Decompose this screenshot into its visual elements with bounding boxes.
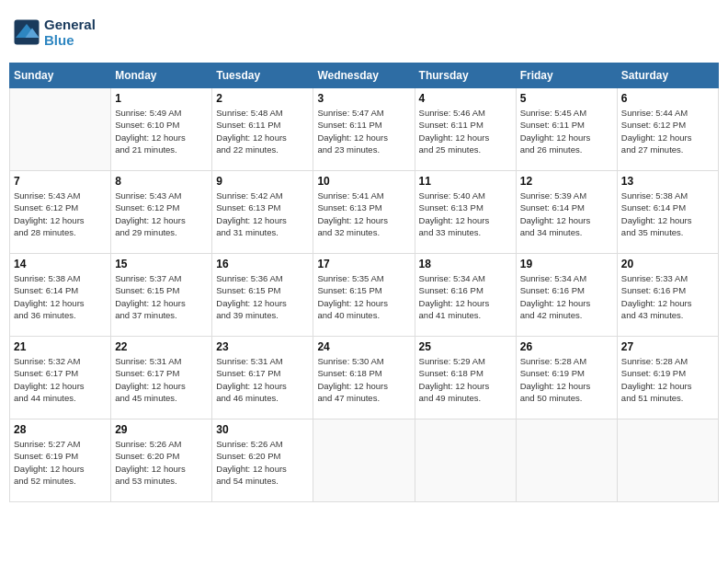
day-number: 25 xyxy=(419,340,512,353)
day-info: Sunrise: 5:38 AMSunset: 6:14 PMDaylight:… xyxy=(621,190,714,238)
day-number: 7 xyxy=(14,175,107,188)
day-info: Sunrise: 5:28 AMSunset: 6:19 PMDaylight:… xyxy=(621,355,714,404)
day-info: Sunrise: 5:28 AMSunset: 6:19 PMDaylight:… xyxy=(520,355,613,404)
day-info: Sunrise: 5:27 AMSunset: 6:19 PMDaylight:… xyxy=(14,438,107,487)
calendar-cell: 25Sunrise: 5:29 AMSunset: 6:18 PMDayligh… xyxy=(415,337,516,419)
calendar-cell: 9Sunrise: 5:42 AMSunset: 6:13 PMDaylight… xyxy=(212,171,313,254)
day-number: 2 xyxy=(216,92,309,105)
calendar-cell: 17Sunrise: 5:35 AMSunset: 6:15 PMDayligh… xyxy=(313,254,415,337)
day-info: Sunrise: 5:37 AMSunset: 6:15 PMDaylight:… xyxy=(115,272,208,321)
calendar-week-row: 1Sunrise: 5:49 AMSunset: 6:10 PMDaylight… xyxy=(10,88,719,171)
day-number: 8 xyxy=(115,175,208,188)
calendar-cell: 22Sunrise: 5:31 AMSunset: 6:17 PMDayligh… xyxy=(111,337,212,419)
calendar-cell: 11Sunrise: 5:40 AMSunset: 6:13 PMDayligh… xyxy=(415,171,516,254)
day-number: 14 xyxy=(14,258,107,270)
day-number: 3 xyxy=(317,92,410,105)
calendar-cell: 14Sunrise: 5:38 AMSunset: 6:14 PMDayligh… xyxy=(10,254,111,337)
day-info: Sunrise: 5:48 AMSunset: 6:11 PMDaylight:… xyxy=(216,107,309,155)
day-number: 29 xyxy=(115,423,208,436)
day-info: Sunrise: 5:26 AMSunset: 6:20 PMDaylight:… xyxy=(216,438,309,487)
calendar-cell: 8Sunrise: 5:43 AMSunset: 6:12 PMDaylight… xyxy=(111,171,212,254)
day-number: 20 xyxy=(621,258,714,270)
day-info: Sunrise: 5:40 AMSunset: 6:13 PMDaylight:… xyxy=(419,190,512,238)
day-info: Sunrise: 5:45 AMSunset: 6:11 PMDaylight:… xyxy=(520,107,613,155)
calendar-week-row: 28Sunrise: 5:27 AMSunset: 6:19 PMDayligh… xyxy=(10,419,719,502)
calendar-cell: 18Sunrise: 5:34 AMSunset: 6:16 PMDayligh… xyxy=(415,254,516,337)
weekday-header-saturday: Saturday xyxy=(617,63,718,88)
calendar-cell: 13Sunrise: 5:38 AMSunset: 6:14 PMDayligh… xyxy=(617,171,718,254)
calendar-cell: 2Sunrise: 5:48 AMSunset: 6:11 PMDaylight… xyxy=(212,88,313,171)
day-number: 30 xyxy=(216,423,309,436)
calendar-cell: 5Sunrise: 5:45 AMSunset: 6:11 PMDaylight… xyxy=(516,88,617,171)
calendar-cell: 29Sunrise: 5:26 AMSunset: 6:20 PMDayligh… xyxy=(111,419,212,502)
calendar-cell: 24Sunrise: 5:30 AMSunset: 6:18 PMDayligh… xyxy=(313,337,415,419)
day-info: Sunrise: 5:32 AMSunset: 6:17 PMDaylight:… xyxy=(14,355,107,404)
day-info: Sunrise: 5:47 AMSunset: 6:11 PMDaylight:… xyxy=(317,107,410,155)
day-info: Sunrise: 5:35 AMSunset: 6:15 PMDaylight:… xyxy=(317,272,410,321)
day-number: 23 xyxy=(216,340,309,353)
calendar-cell: 6Sunrise: 5:44 AMSunset: 6:12 PMDaylight… xyxy=(617,88,718,171)
logo-text: General Blue xyxy=(44,17,96,48)
calendar-cell xyxy=(10,88,111,171)
calendar-cell: 28Sunrise: 5:27 AMSunset: 6:19 PMDayligh… xyxy=(10,419,111,502)
calendar-cell: 21Sunrise: 5:32 AMSunset: 6:17 PMDayligh… xyxy=(10,337,111,419)
day-info: Sunrise: 5:34 AMSunset: 6:16 PMDaylight:… xyxy=(419,272,512,321)
day-number: 22 xyxy=(115,340,208,353)
day-number: 16 xyxy=(216,258,309,270)
day-number: 5 xyxy=(520,92,613,105)
calendar-cell: 30Sunrise: 5:26 AMSunset: 6:20 PMDayligh… xyxy=(212,419,313,502)
weekday-header-tuesday: Tuesday xyxy=(212,63,313,88)
calendar-cell xyxy=(516,419,617,502)
day-number: 17 xyxy=(317,258,410,270)
day-info: Sunrise: 5:29 AMSunset: 6:18 PMDaylight:… xyxy=(419,355,512,404)
calendar-cell: 10Sunrise: 5:41 AMSunset: 6:13 PMDayligh… xyxy=(313,171,415,254)
calendar-cell xyxy=(617,419,718,502)
day-number: 24 xyxy=(317,340,410,353)
day-number: 28 xyxy=(14,423,107,436)
calendar-cell: 15Sunrise: 5:37 AMSunset: 6:15 PMDayligh… xyxy=(111,254,212,337)
day-number: 12 xyxy=(520,175,613,188)
day-info: Sunrise: 5:39 AMSunset: 6:14 PMDaylight:… xyxy=(520,190,613,238)
day-info: Sunrise: 5:36 AMSunset: 6:15 PMDaylight:… xyxy=(216,272,309,321)
weekday-header-sunday: Sunday xyxy=(10,63,111,88)
calendar-cell: 3Sunrise: 5:47 AMSunset: 6:11 PMDaylight… xyxy=(313,88,415,171)
day-number: 21 xyxy=(14,340,107,353)
day-number: 9 xyxy=(216,175,309,188)
calendar-cell xyxy=(313,419,415,502)
day-number: 26 xyxy=(520,340,613,353)
day-number: 19 xyxy=(520,258,613,270)
calendar-cell: 12Sunrise: 5:39 AMSunset: 6:14 PMDayligh… xyxy=(516,171,617,254)
day-info: Sunrise: 5:44 AMSunset: 6:12 PMDaylight:… xyxy=(621,107,714,155)
weekday-header-monday: Monday xyxy=(111,63,212,88)
logo-icon xyxy=(13,18,40,46)
calendar-week-row: 14Sunrise: 5:38 AMSunset: 6:14 PMDayligh… xyxy=(10,254,719,337)
day-number: 13 xyxy=(621,175,714,188)
calendar-cell: 1Sunrise: 5:49 AMSunset: 6:10 PMDaylight… xyxy=(111,88,212,171)
day-number: 11 xyxy=(419,175,512,188)
day-info: Sunrise: 5:34 AMSunset: 6:16 PMDaylight:… xyxy=(520,272,613,321)
day-number: 1 xyxy=(115,92,208,105)
day-info: Sunrise: 5:31 AMSunset: 6:17 PMDaylight:… xyxy=(115,355,208,404)
day-info: Sunrise: 5:46 AMSunset: 6:11 PMDaylight:… xyxy=(419,107,512,155)
day-info: Sunrise: 5:49 AMSunset: 6:10 PMDaylight:… xyxy=(115,107,208,155)
day-number: 27 xyxy=(621,340,714,353)
day-info: Sunrise: 5:31 AMSunset: 6:17 PMDaylight:… xyxy=(216,355,309,404)
calendar-cell: 4Sunrise: 5:46 AMSunset: 6:11 PMDaylight… xyxy=(415,88,516,171)
day-info: Sunrise: 5:33 AMSunset: 6:16 PMDaylight:… xyxy=(621,272,714,321)
day-info: Sunrise: 5:38 AMSunset: 6:14 PMDaylight:… xyxy=(14,272,107,321)
calendar-table: SundayMondayTuesdayWednesdayThursdayFrid… xyxy=(9,63,719,502)
weekday-header-wednesday: Wednesday xyxy=(313,63,415,88)
logo: General Blue xyxy=(13,17,96,48)
calendar-cell: 7Sunrise: 5:43 AMSunset: 6:12 PMDaylight… xyxy=(10,171,111,254)
calendar-week-row: 7Sunrise: 5:43 AMSunset: 6:12 PMDaylight… xyxy=(10,171,719,254)
weekday-header-friday: Friday xyxy=(516,63,617,88)
calendar-week-row: 21Sunrise: 5:32 AMSunset: 6:17 PMDayligh… xyxy=(10,337,719,419)
day-info: Sunrise: 5:41 AMSunset: 6:13 PMDaylight:… xyxy=(317,190,410,238)
weekday-header-thursday: Thursday xyxy=(415,63,516,88)
day-info: Sunrise: 5:30 AMSunset: 6:18 PMDaylight:… xyxy=(317,355,410,404)
calendar-header-row: SundayMondayTuesdayWednesdayThursdayFrid… xyxy=(10,63,719,88)
day-number: 4 xyxy=(419,92,512,105)
day-number: 6 xyxy=(621,92,714,105)
day-info: Sunrise: 5:42 AMSunset: 6:13 PMDaylight:… xyxy=(216,190,309,238)
day-info: Sunrise: 5:43 AMSunset: 6:12 PMDaylight:… xyxy=(115,190,208,238)
